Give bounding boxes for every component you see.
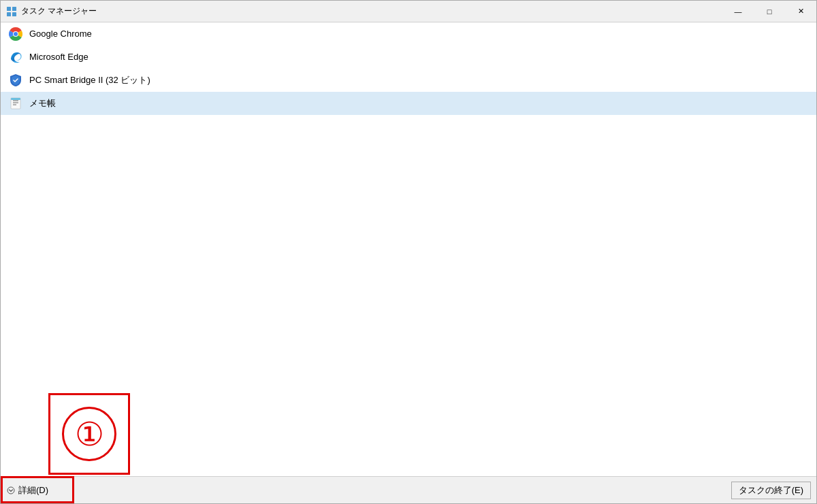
task-manager-window: タスク マネージャー — □ ✕ — [0, 0, 817, 504]
svg-rect-1 — [12, 7, 16, 11]
svg-rect-2 — [7, 12, 11, 16]
svg-point-12 — [7, 487, 14, 494]
window-title: タスク マネージャー — [21, 5, 97, 17]
annotation-number: ① — [62, 407, 116, 461]
svg-point-6 — [14, 32, 18, 36]
list-item[interactable]: メモ帳 — [1, 92, 816, 115]
notepad-app-icon — [9, 97, 22, 110]
close-button[interactable]: ✕ — [785, 1, 816, 22]
title-bar-left: タスク マネージャー — [6, 5, 97, 17]
pcsmartbridge-app-icon — [9, 73, 22, 87]
process-name-edge: Microsoft Edge — [29, 52, 89, 62]
annotation-box: ① — [48, 393, 130, 475]
svg-rect-3 — [12, 12, 16, 16]
svg-rect-0 — [7, 7, 11, 11]
end-task-button[interactable]: タスクの終了(E) — [731, 482, 811, 499]
list-item[interactable]: Microsoft Edge — [1, 46, 816, 69]
details-label: 詳細(D) — [18, 484, 48, 497]
edge-app-icon — [9, 50, 22, 64]
svg-rect-11 — [11, 98, 20, 100]
title-bar: タスク マネージャー — □ ✕ — [1, 1, 816, 22]
process-name-pcsmartbridge: PC Smart Bridge II (32 ビット) — [29, 74, 150, 86]
details-button[interactable]: 詳細(D) — [6, 484, 48, 497]
process-name-chrome: Google Chrome — [29, 29, 92, 39]
chevron-down-icon — [6, 486, 16, 495]
chrome-app-icon — [9, 27, 22, 41]
window-controls: — □ ✕ — [722, 1, 816, 22]
process-name-notepad: メモ帳 — [29, 97, 56, 110]
minimize-button[interactable]: — — [722, 1, 754, 22]
content-area: Google Chrome — [1, 22, 816, 503]
list-item[interactable]: PC Smart Bridge II (32 ビット) — [1, 69, 816, 92]
bottom-bar: 詳細(D) タスクの終了(E) — [1, 476, 816, 503]
taskmanager-icon — [6, 6, 17, 17]
maximize-button[interactable]: □ — [754, 1, 785, 22]
list-item[interactable]: Google Chrome — [1, 22, 816, 46]
